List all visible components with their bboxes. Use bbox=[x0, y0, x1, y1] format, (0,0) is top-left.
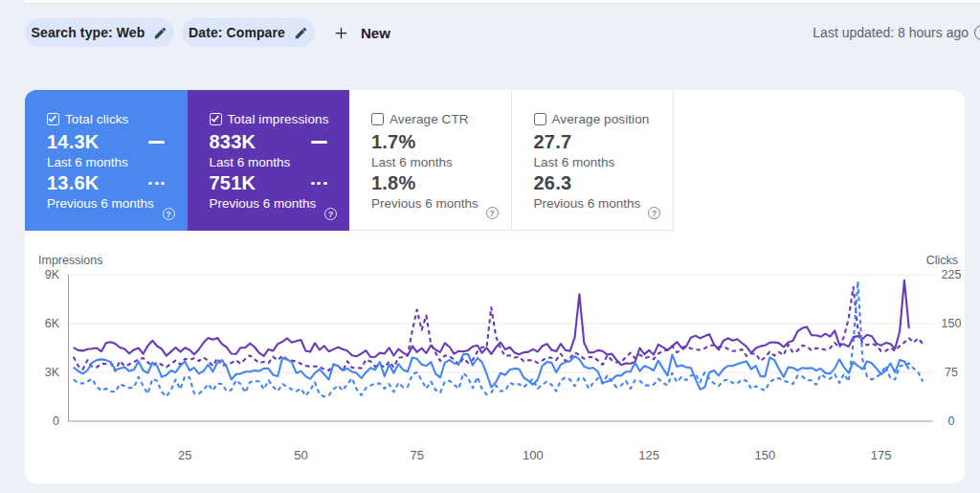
date-filter-chip[interactable]: Date: Compare bbox=[182, 18, 315, 47]
right-axis-tick-label: 75 bbox=[933, 367, 969, 378]
left-axis-tick-label: 3K bbox=[25, 367, 59, 378]
impressions-current-value: 833K bbox=[210, 131, 256, 153]
performance-chart: Impressions Clicks 9K6K3K0 225150750 255… bbox=[25, 231, 965, 483]
position-previous-value: 26.3 bbox=[534, 172, 572, 194]
new-filter-button[interactable]: New bbox=[323, 18, 402, 47]
filter-toolbar: Search type: Web Date: Compare New Last … bbox=[25, 18, 980, 47]
solid-line-legend-icon bbox=[148, 141, 165, 145]
left-axis-tick-label: 9K bbox=[25, 269, 59, 280]
tile-label: Total impressions bbox=[228, 112, 329, 126]
position-help-icon[interactable]: ? bbox=[648, 207, 660, 219]
edit-pencil-icon bbox=[294, 26, 308, 40]
x-axis-tick-label: 125 bbox=[638, 448, 659, 462]
tile-label: Total clicks bbox=[65, 112, 128, 126]
search-type-filter-chip[interactable]: Search type: Web bbox=[25, 18, 174, 47]
position-current-value: 27.7 bbox=[534, 131, 572, 153]
x-axis-tick-label: 100 bbox=[523, 448, 544, 462]
metric-tiles-row: Total clicks 14.3K Last 6 months 13.6K P… bbox=[25, 90, 965, 231]
chart-plot-area[interactable] bbox=[68, 275, 933, 421]
clicks-current-value: 14.3K bbox=[47, 131, 99, 153]
impressions-previous-value: 751K bbox=[210, 172, 256, 194]
average-ctr-checkbox-unchecked[interactable] bbox=[371, 113, 384, 125]
date-chip-label: Date: Compare bbox=[189, 25, 285, 40]
new-button-label: New bbox=[361, 25, 390, 41]
plus-icon bbox=[334, 26, 348, 40]
average-position-checkbox-unchecked[interactable] bbox=[534, 113, 546, 125]
total-clicks-tile[interactable]: Total clicks 14.3K Last 6 months 13.6K P… bbox=[25, 90, 188, 231]
dashed-line-legend-icon bbox=[148, 182, 165, 186]
right-axis-tick-label: 225 bbox=[933, 269, 969, 280]
edit-pencil-icon bbox=[153, 26, 167, 40]
chart-line-previous-impressions bbox=[74, 287, 924, 371]
right-axis-title: Clicks bbox=[926, 254, 958, 267]
solid-line-legend-icon bbox=[311, 141, 327, 145]
ctr-current-period: Last 6 months bbox=[371, 154, 511, 170]
impressions-help-icon[interactable]: ? bbox=[324, 208, 337, 220]
chart-line-current-clicks bbox=[74, 354, 909, 390]
impressions-current-period: Last 6 months bbox=[210, 154, 350, 170]
total-impressions-tile[interactable]: Total impressions 833K Last 6 months 751… bbox=[188, 90, 350, 231]
tile-label: Average CTR bbox=[390, 112, 469, 126]
tile-label: Average position bbox=[552, 112, 650, 126]
position-current-period: Last 6 months bbox=[534, 154, 674, 170]
performance-card: Total clicks 14.3K Last 6 months 13.6K P… bbox=[25, 90, 965, 483]
last-updated-status: Last updated: 8 hours ago ? bbox=[813, 18, 980, 47]
search-type-chip-label: Search type: Web bbox=[32, 25, 145, 40]
x-axis-tick-label: 25 bbox=[178, 448, 191, 462]
app-header-bottom-edge bbox=[25, 0, 980, 4]
clicks-help-icon[interactable]: ? bbox=[163, 208, 175, 220]
ctr-previous-value: 1.8% bbox=[371, 172, 415, 194]
x-axis-tick-label: 150 bbox=[755, 448, 776, 462]
left-axis-tick-label: 6K bbox=[25, 318, 59, 329]
right-axis-tick-label: 0 bbox=[933, 415, 969, 427]
x-axis-tick-label: 50 bbox=[294, 448, 307, 462]
x-axis-tick-label: 75 bbox=[410, 448, 423, 462]
total-impressions-checkbox-checked[interactable] bbox=[210, 113, 222, 125]
left-axis-title: Impressions bbox=[38, 254, 102, 267]
total-clicks-checkbox-checked[interactable] bbox=[47, 113, 59, 125]
average-ctr-tile[interactable]: Average CTR 1.7% Last 6 months 1.8% Prev… bbox=[349, 90, 512, 231]
right-axis-tick-label: 150 bbox=[933, 318, 969, 329]
ctr-current-value: 1.7% bbox=[371, 131, 415, 153]
dashed-line-legend-icon bbox=[311, 182, 327, 186]
clicks-previous-value: 13.6K bbox=[47, 172, 99, 194]
search-console-performance-page: { "page": { "background": "#eef0f9", "to… bbox=[0, 0, 980, 493]
ctr-help-icon[interactable]: ? bbox=[486, 207, 499, 219]
average-position-tile[interactable]: Average position 27.7 Last 6 months 26.3… bbox=[512, 90, 675, 231]
chart-line-current-impressions bbox=[74, 280, 909, 365]
x-axis-tick-label: 175 bbox=[871, 448, 892, 462]
last-updated-help-icon[interactable]: ? bbox=[974, 25, 980, 40]
clicks-current-period: Last 6 months bbox=[47, 154, 188, 170]
last-updated-text: Last updated: 8 hours ago bbox=[813, 25, 969, 40]
left-axis-tick-label: 0 bbox=[25, 415, 59, 427]
